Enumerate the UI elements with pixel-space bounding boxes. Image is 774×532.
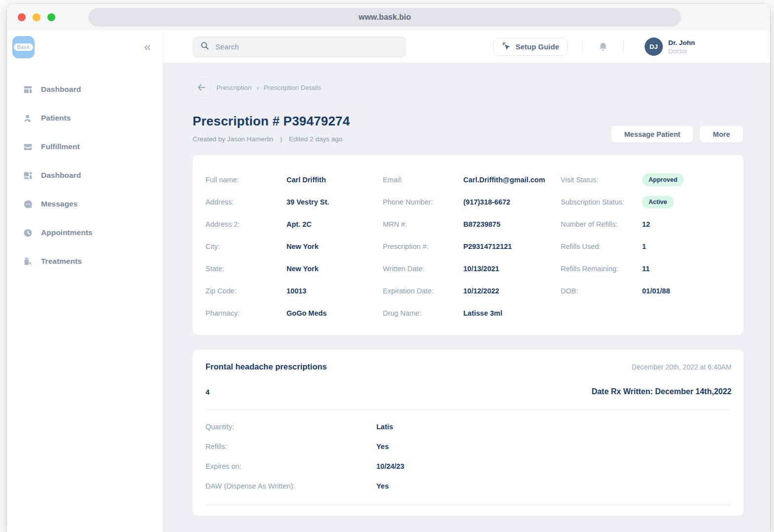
field-value: 1	[642, 243, 731, 250]
field-label: Refills Used:	[561, 243, 642, 250]
sidebar-item-treatments[interactable]: Treatments	[7, 247, 163, 276]
field-label: State:	[205, 265, 286, 273]
field-value: Carl Driffith	[286, 176, 383, 184]
field-label: Phone Number:	[383, 198, 463, 206]
search-box[interactable]	[193, 37, 406, 57]
prescription-details-card: Full name: Carl Driffith Email: Carl.Dri…	[193, 155, 743, 335]
page-title: Prescription # P39479274	[193, 114, 350, 129]
rx-section-title: Frontal headache prescriptions	[205, 362, 327, 371]
sidebar-item-label: Dashboard	[41, 85, 81, 94]
rx-row-value: Yes	[376, 482, 732, 490]
header-divider	[623, 40, 624, 54]
sidebar-item-messages[interactable]: Messages	[7, 190, 163, 218]
back-arrow-icon	[197, 82, 206, 92]
messages-icon	[22, 199, 34, 210]
sidebar: Bask « Dashboard Patients	[7, 31, 163, 532]
field-value: Latisse 3ml	[463, 309, 561, 317]
sidebar-item-patients[interactable]: Patients	[7, 104, 163, 132]
field-label: Address:	[205, 198, 286, 206]
rx-count: 4	[205, 388, 209, 396]
sidebar-item-label: Dashboard	[41, 171, 81, 180]
maximize-window-button[interactable]	[47, 13, 55, 21]
sidebar-item-label: Treatments	[41, 257, 82, 266]
breadcrumb: Prescription › Prescription Details	[193, 79, 770, 96]
sidebar-item-appointments[interactable]: Appointments	[7, 218, 163, 247]
subtitle-divider: |	[281, 135, 283, 143]
logo-text: Bask	[14, 43, 34, 51]
rx-row-label: Expires on:	[205, 462, 376, 470]
field-label: Number of Refills:	[561, 220, 642, 228]
field-label: Full name:	[205, 176, 286, 184]
address-bar[interactable]: www.bask.bio	[88, 8, 681, 27]
sidebar-nav: Dashboard Patients Fulfillment	[7, 75, 163, 276]
setup-guide-label: Setup Guide	[516, 42, 559, 51]
top-header: Setup Guide DJ Dr. John Doctor	[163, 31, 770, 63]
rx-timestamp: December 20th, 2022 at 6:40AM	[632, 363, 732, 371]
treatments-icon	[22, 256, 34, 267]
visit-status-badge: Approved	[642, 173, 684, 186]
message-patient-button[interactable]: Message Patient	[611, 125, 694, 143]
fulfillment-icon	[22, 141, 34, 153]
sidebar-item-fulfillment[interactable]: Fulfillment	[7, 132, 163, 161]
field-label: Prescription #:	[383, 243, 463, 250]
user-name: Dr. John	[668, 39, 695, 46]
sidebar-item-label: Patients	[41, 114, 71, 123]
field-value: 01/01/88	[642, 287, 731, 295]
field-label: Zip Code:	[205, 287, 286, 295]
user-role: Doctor	[668, 47, 695, 55]
more-button[interactable]: More	[699, 125, 743, 143]
notifications-bell-icon[interactable]	[598, 41, 609, 52]
field-value: (917)318-6672	[463, 198, 561, 206]
minimize-window-button[interactable]	[33, 13, 41, 21]
dashboard-layout-icon	[22, 170, 34, 181]
field-value: 12	[642, 220, 731, 228]
field-label: Refills Remaining:	[561, 265, 642, 273]
field-value: New York	[286, 265, 383, 273]
field-value: 10013	[286, 287, 383, 295]
dashboard-grid-icon	[22, 84, 34, 95]
header-divider	[582, 40, 583, 54]
search-input[interactable]	[215, 42, 393, 51]
field-value: P29314712121	[463, 243, 561, 250]
field-value: Carl.Driffith@gmail.com	[463, 176, 561, 184]
rx-row-label: Refills:	[205, 443, 376, 450]
field-label: Visit Status:	[561, 176, 642, 184]
appointments-icon	[22, 227, 34, 239]
subscription-status-badge: Active	[642, 196, 674, 208]
divider	[205, 409, 732, 410]
rx-row-label: Quantity:	[205, 423, 376, 431]
rx-row-value: Latis	[376, 423, 732, 431]
field-value: B87239875	[463, 220, 561, 228]
field-value: New York	[286, 243, 383, 250]
rx-section-card: Frontal headache prescriptions December …	[193, 350, 743, 516]
back-button[interactable]	[193, 79, 210, 96]
sidebar-collapse-icon[interactable]: «	[144, 41, 151, 53]
rx-date-written: Date Rx Written: December 14th,2022	[592, 387, 732, 396]
rx-row-label: DAW (Dispense As Written):	[205, 482, 376, 490]
browser-chrome: www.bask.bio	[7, 4, 770, 31]
field-value: 10/13/2021	[463, 265, 561, 273]
field-value: 11	[642, 265, 731, 273]
app-logo[interactable]: Bask	[12, 36, 35, 58]
edited-text: Edited 2 days ago	[289, 135, 342, 143]
breadcrumb-prescription[interactable]: Prescription	[216, 84, 251, 91]
field-label: MRN #:	[383, 220, 463, 228]
field-value: GoGo Meds	[286, 309, 383, 317]
sidebar-item-dashboard-2[interactable]: Dashboard	[7, 161, 163, 190]
browser-window: www.bask.bio Bask « Dashboard	[7, 4, 770, 532]
breadcrumb-separator: ›	[256, 84, 259, 91]
patients-icon	[22, 113, 34, 124]
rx-row-value: 10/24/23	[376, 462, 732, 470]
rx-row-value: Yes	[376, 443, 732, 450]
field-value: 39 Vestry St.	[286, 198, 383, 206]
traffic-lights	[18, 13, 55, 21]
setup-guide-button[interactable]: Setup Guide	[493, 38, 568, 56]
field-label: Pharmacy:	[205, 309, 286, 317]
breadcrumb-prescription-details[interactable]: Prescription Details	[264, 84, 321, 91]
magic-cursor-icon	[502, 41, 511, 52]
sidebar-item-dashboard-1[interactable]: Dashboard	[7, 75, 163, 104]
sidebar-item-label: Fulfillment	[41, 142, 80, 151]
field-label: Drug Name:	[383, 309, 463, 317]
close-window-button[interactable]	[18, 13, 26, 21]
user-menu[interactable]: DJ Dr. John Doctor	[645, 38, 695, 56]
